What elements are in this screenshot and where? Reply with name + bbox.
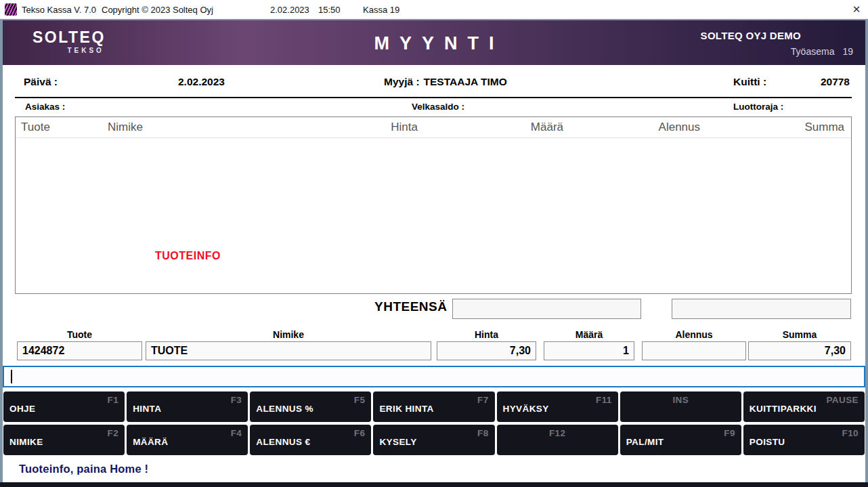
column-header-alennus: Alennus [659,121,700,134]
key-maara[interactable]: MÄÄRÄ F4 [127,425,248,455]
key-f12[interactable]: F12 [497,425,618,455]
divider-line [15,97,852,98]
key-kuittiparkki[interactable]: KUITTIPARKKI PAUSE [743,391,865,422]
key-ins[interactable]: INS [620,391,741,422]
total-secondary-field [672,299,851,319]
credit-limit-label: Luottoraja : [733,102,783,112]
frame-border-right [865,19,868,487]
entry-label-maara: Määrä [544,329,634,340]
app-icon [5,3,17,16]
titlebar-date: 2.02.2023 [270,5,309,15]
key-poistu[interactable]: POISTU F10 [743,425,865,455]
command-input[interactable] [3,366,865,387]
workstation-label: Työasema [791,46,835,57]
frame-border-left [0,19,3,487]
seller-value: TESTAAJA TIMO [424,76,507,87]
titlebar-register: Kassa 19 [363,5,399,15]
key-nimike[interactable]: NIMIKE F2 [3,425,125,455]
product-info-notice: TUOTEINFO [155,250,221,262]
discount-field[interactable] [642,341,746,360]
key-erik-hinta[interactable]: ERIK HINTA F7 [373,391,494,422]
company-name: SOLTEQ OYJ DEMO [701,30,801,41]
app-header: SOLTEQ TEKSO MYYNTI SOLTEQ OYJ DEMO Työa… [3,20,865,65]
receipt-number: 20778 [821,76,850,88]
close-icon[interactable]: ✕ [849,2,864,17]
key-alennus-euro[interactable]: ALENNUS € F6 [250,425,371,455]
entry-label-alennus: Alennus [642,329,746,340]
seller-label: Myyjä : [384,76,420,87]
key-hinta[interactable]: HINTA F3 [127,391,248,422]
quantity-field[interactable]: 1 [544,341,634,360]
workstation-number: 19 [842,46,853,57]
price-field[interactable]: 7,30 [437,341,536,360]
app-title: Tekso Kassa V. 7.0 [22,5,96,15]
entry-label-tuote: Tuote [17,329,142,340]
seller-group: Myyjä :TESTAAJA TIMO [384,76,507,88]
key-kysely[interactable]: KYSELY F8 [373,425,494,455]
key-hyvaksy[interactable]: HYVÄKSY F11 [497,391,618,422]
key-alennus-prosentti[interactable]: ALENNUS % F5 [250,391,371,422]
copyright-text: Copyright © 2023 Solteq Oyj [102,5,213,15]
title-bar: Tekso Kassa V. 7.0 Copyright © 2023 Solt… [0,0,868,19]
product-name-field[interactable]: TUOTE [146,341,431,360]
date-label: Päivä : [24,76,58,88]
entry-label-nimike: Nimike [146,329,431,340]
receipt-label: Kuitti : [733,76,766,88]
column-header-tuote: Tuote [21,121,50,134]
debt-balance-label: Velkasaldo : [412,102,464,112]
total-label: YHTEENSÄ [374,299,447,314]
product-code-field[interactable]: 1424872 [17,341,142,360]
date-value: 2.02.2023 [178,76,225,88]
total-amount-field [452,299,641,319]
sum-field[interactable]: 7,30 [748,341,851,360]
bottom-strip [0,482,868,487]
key-ohje[interactable]: OHJE F1 [3,391,125,422]
function-keypad: OHJE F1 HINTA F3 ALENNUS % F5 ERIK HINTA… [3,391,865,455]
sales-rows [16,138,851,293]
key-pal-mit[interactable]: PAL/MIT F9 [620,425,741,455]
titlebar-time: 15:50 [318,5,341,15]
entry-label-summa: Summa [748,329,851,340]
workstation-info: Työasema19 [791,46,853,57]
column-header-maara: Määrä [531,121,563,134]
entry-label-hinta: Hinta [437,329,536,340]
column-header-hinta: Hinta [391,121,418,134]
sales-table: Tuote Nimike Hinta Määrä Alennus Summa T… [15,117,852,294]
text-caret [11,370,12,383]
column-header-summa: Summa [804,121,844,134]
customer-label: Asiakas : [25,102,65,112]
app-window: Tekso Kassa V. 7.0 Copyright © 2023 Solt… [0,0,868,487]
status-message: Tuoteinfo, paina Home ! [19,463,148,475]
column-header-nimike: Nimike [108,121,143,134]
